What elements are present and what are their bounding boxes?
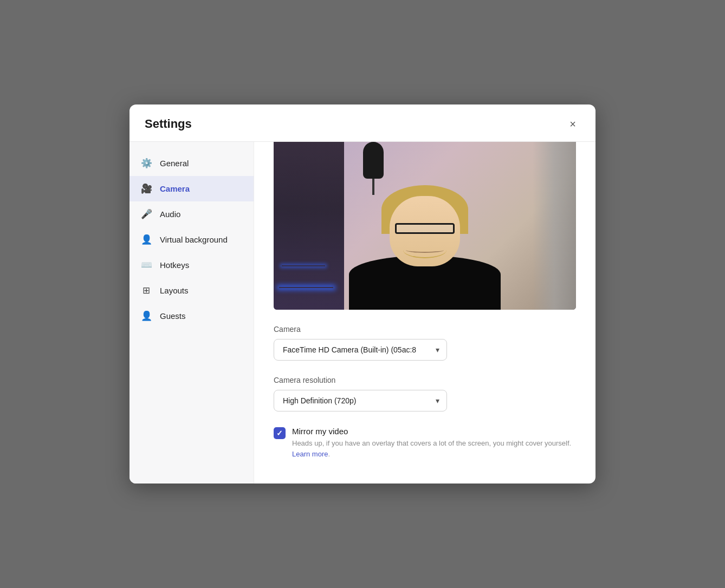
sidebar-item-guests[interactable]: 👤 Guests — [130, 303, 254, 329]
mirror-sub-label: Heads up, if you have an overlay that co… — [292, 438, 576, 459]
sidebar: ⚙️ General 🎥 Camera 🎤 Audio 👤 Virtual ba… — [130, 142, 254, 484]
led-lights-2 — [282, 265, 325, 266]
sidebar-item-camera[interactable]: 🎥 Camera — [130, 176, 254, 201]
camera-select[interactable]: FaceTime HD Camera (Built-in) (05ac:8 Ex… — [274, 339, 447, 361]
sidebar-label-virtual-background: Virtual background — [160, 235, 228, 244]
gear-icon: ⚙️ — [140, 158, 152, 169]
resolution-section: Camera resolution High Definition (720p)… — [274, 376, 576, 411]
camera-preview — [274, 142, 576, 310]
necklace — [403, 242, 446, 258]
layout-icon: ⊞ — [140, 285, 152, 296]
keyboard-icon: ⌨️ — [140, 259, 152, 271]
microphone-icon: 🎤 — [140, 208, 152, 220]
checkmark-icon: ✓ — [276, 429, 283, 437]
person-icon: 👤 — [140, 234, 152, 245]
resolution-select-wrapper[interactable]: High Definition (720p) Standard Definiti… — [274, 390, 447, 411]
modal-header: Settings × — [130, 104, 595, 142]
mirror-text-block: Mirror my video Heads up, if you have an… — [292, 427, 576, 459]
guests-icon: 👤 — [140, 310, 152, 322]
resolution-select[interactable]: High Definition (720p) Standard Definiti… — [274, 390, 447, 411]
camera-select-section: Camera FaceTime HD Camera (Built-in) (05… — [274, 325, 576, 361]
sidebar-item-hotkeys[interactable]: ⌨️ Hotkeys — [130, 252, 254, 278]
sidebar-label-general: General — [160, 159, 189, 168]
mirror-label: Mirror my video — [292, 427, 576, 436]
camera-icon: 🎥 — [140, 183, 152, 194]
sidebar-item-general[interactable]: ⚙️ General — [130, 151, 254, 176]
learn-more-link[interactable]: Learn more — [292, 450, 328, 458]
resolution-label: Camera resolution — [274, 376, 576, 384]
sidebar-label-camera: Camera — [160, 184, 190, 193]
sidebar-label-audio: Audio — [160, 210, 180, 219]
main-content: Camera FaceTime HD Camera (Built-in) (05… — [254, 142, 595, 484]
sidebar-item-layouts[interactable]: ⊞ Layouts — [130, 278, 254, 303]
sidebar-label-guests: Guests — [160, 311, 186, 321]
mirror-video-row: ✓ Mirror my video Heads up, if you have … — [274, 427, 576, 459]
sidebar-label-hotkeys: Hotkeys — [160, 260, 189, 270]
camera-select-wrapper[interactable]: FaceTime HD Camera (Built-in) (05ac:8 Ex… — [274, 339, 447, 361]
sidebar-label-layouts: Layouts — [160, 286, 189, 295]
curtain — [533, 142, 576, 310]
modal-title: Settings — [145, 117, 192, 131]
mirror-checkbox[interactable]: ✓ — [274, 427, 286, 439]
close-button[interactable]: × — [565, 116, 580, 132]
modal-body: ⚙️ General 🎥 Camera 🎤 Audio 👤 Virtual ba… — [130, 142, 595, 484]
camera-label: Camera — [274, 325, 576, 334]
glasses — [395, 223, 455, 234]
mic-body — [363, 142, 384, 179]
sidebar-item-virtual-background[interactable]: 👤 Virtual background — [130, 227, 254, 252]
camera-preview-inner — [274, 142, 576, 310]
shelf-background — [274, 142, 344, 310]
settings-modal: Settings × ⚙️ General 🎥 Camera 🎤 Audio � — [130, 104, 595, 484]
sidebar-item-audio[interactable]: 🎤 Audio — [130, 201, 254, 227]
led-lights — [279, 287, 333, 288]
